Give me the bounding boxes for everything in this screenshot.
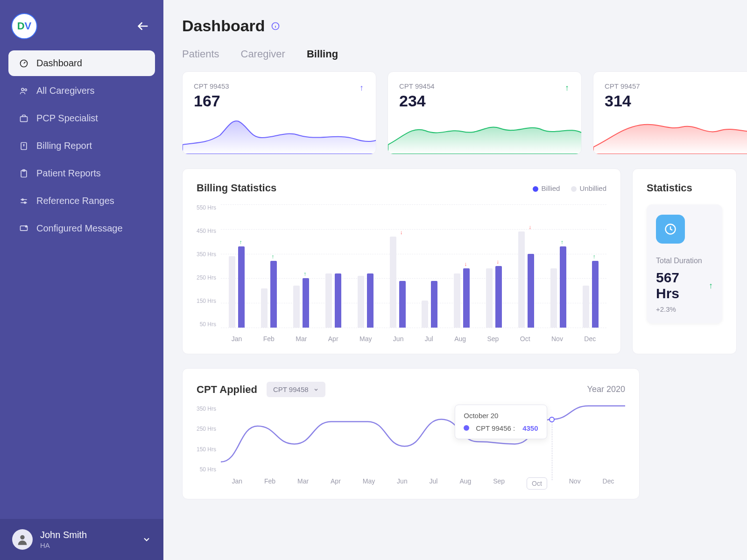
bar-group-nov: ↑: [550, 246, 566, 328]
trend-up-icon: ↑: [359, 83, 364, 93]
bar-unbilled: [358, 276, 364, 328]
arrow-up-icon: ↑: [303, 271, 306, 277]
collapse-sidebar-button[interactable]: [136, 20, 149, 33]
x-axis: JanFebMarAprMayJunJulAugSepOctNovDec: [221, 335, 606, 343]
statistics-panel: Statistics Total Duration 567 Hrs↑ +2.3%: [632, 168, 737, 354]
y-axis: 550 Hrs450 Hrs350 Hrs250 Hrs150 Hrs50 Hr…: [197, 203, 221, 343]
kpi-card-0[interactable]: CPT 99453167↑: [182, 71, 376, 154]
svg-rect-4: [21, 116, 28, 121]
nav: DashboardAll CaregiversPCP SpecialistBil…: [0, 50, 163, 243]
x-label-jan: Jan: [232, 477, 242, 490]
sidebar-item-dashboard[interactable]: Dashboard: [8, 50, 155, 76]
message-icon: [19, 224, 29, 233]
legend-dot-billed: [533, 186, 538, 192]
x-label-oct[interactable]: Oct: [527, 477, 547, 490]
panel-title: Statistics: [647, 182, 722, 194]
clipboard-icon: [19, 169, 29, 178]
sidebar-item-label: Dashboard: [36, 58, 82, 69]
card-value: 234: [399, 92, 570, 110]
tooltip-label: CPT 99456 :: [476, 424, 515, 432]
sparkline: [183, 112, 376, 154]
x-label-aug: Aug: [459, 477, 471, 490]
sidebar-item-patient-reports[interactable]: Patient Reports: [8, 161, 155, 186]
sidebar-item-label: Configured Message: [36, 223, 123, 234]
tooltip-dot: [464, 425, 469, 431]
bar-group-jul: [422, 281, 437, 328]
arrow-down-icon: ↓: [496, 259, 499, 265]
gauge-icon: [19, 59, 29, 68]
bar-billed: [367, 273, 374, 328]
bar-group-dec: ↑: [583, 261, 599, 328]
bar-unbilled: [486, 268, 493, 328]
tab-caregiver[interactable]: Caregiver: [241, 48, 285, 60]
user-row[interactable]: John Smith HA: [0, 519, 163, 560]
billing-statistics-panel: Billing Statistics Billied Unbillied 550…: [182, 168, 621, 354]
sidebar-item-label: Reference Ranges: [36, 196, 114, 206]
legend-dot-unbilled: [571, 186, 577, 192]
user-name: John Smith: [40, 530, 87, 540]
sidebar-item-billing-report[interactable]: Billing Report: [8, 133, 155, 159]
tab-patients[interactable]: Patients: [182, 48, 219, 60]
total-duration-card: Total Duration 567 Hrs↑ +2.3%: [647, 204, 722, 323]
kpi-card-2[interactable]: CPT 99457314: [593, 71, 747, 154]
sidebar-item-all-caregivers[interactable]: All Caregivers: [8, 78, 155, 104]
x-label-feb: Feb: [264, 477, 275, 490]
dropdown-label: CPT 99458: [273, 385, 309, 393]
arrow-up-icon: ↑: [271, 253, 274, 260]
x-label-jun: Jun: [397, 477, 408, 490]
bars-area: ↑↑↑↓↓↓↓↑↑ JanFebMarAprMayJunJulAugSepOct…: [221, 203, 606, 343]
sidebar-item-pcp-specialist[interactable]: PCP Specialist: [8, 105, 155, 131]
briefcase-icon: [19, 114, 29, 123]
sidebar-item-reference-ranges[interactable]: Reference Ranges: [8, 188, 155, 214]
panel-title: CPT Applied: [197, 384, 257, 396]
bar-group-apr: [325, 273, 341, 328]
bar-unbilled: [293, 286, 300, 328]
bar-unbilled: [390, 237, 396, 328]
sparkline: [388, 112, 582, 154]
sparkline: [593, 112, 747, 154]
arrow-up-icon: ↑: [239, 239, 242, 245]
trend-up-icon: ↑: [565, 83, 569, 93]
cpt-line-chart: 350 Hrs250 Hrs150 Hrs50 Hrs October 20 C…: [197, 404, 625, 488]
stat-value: 567 Hrs↑: [656, 270, 713, 301]
kpi-card-1[interactable]: CPT 99454234↑: [388, 71, 582, 154]
x-label-may: May: [363, 477, 375, 490]
bar-unbilled: [422, 301, 428, 328]
svg-point-13: [25, 225, 27, 227]
bar-unbilled: [229, 256, 235, 328]
bar-unbilled: [550, 268, 557, 328]
bar-group-jun: ↓: [390, 237, 406, 328]
slider-icon: [19, 196, 29, 206]
cpt-code-dropdown[interactable]: CPT 99458: [267, 382, 325, 397]
user-role: HA: [40, 541, 87, 549]
bar-billed: [303, 278, 309, 328]
bar-billed: [335, 273, 341, 328]
bar-billed: [238, 246, 245, 328]
info-icon[interactable]: [271, 21, 280, 31]
trend-up-icon: ↑: [709, 281, 713, 291]
bar-billed: [592, 261, 599, 328]
avatar: [12, 529, 33, 550]
x-label-apr: Apr: [331, 477, 341, 490]
x-label-dec: Dec: [603, 477, 614, 490]
sidebar-item-label: PCP Specialist: [36, 113, 98, 124]
sidebar-item-configured-message[interactable]: Configured Message: [8, 216, 155, 241]
panel-title: Billing Statistics: [197, 182, 276, 194]
svg-point-14: [20, 535, 24, 539]
app-logo: DV: [11, 13, 37, 39]
sidebar-item-label: Billing Report: [36, 140, 92, 151]
billing-bar-chart: 550 Hrs450 Hrs350 Hrs250 Hrs150 Hrs50 Hr…: [197, 203, 606, 343]
stat-delta: +2.3%: [656, 305, 713, 313]
cpt-applied-panel: CPT Applied CPT 99458 Year 2020 350 Hrs2…: [182, 368, 640, 499]
x-label-sep: Sep: [493, 477, 505, 490]
card-value: 167: [194, 92, 365, 110]
chart-tooltip: October 20 CPT 99456 : 4350: [455, 405, 547, 439]
tab-billing[interactable]: Billing: [307, 48, 338, 60]
bar-group-jan: ↑: [229, 246, 245, 328]
arrow-up-icon: ↑: [593, 253, 596, 260]
chevron-down-icon: [142, 535, 151, 544]
bar-unbilled: [518, 231, 525, 328]
kpi-cards-row: CPT 99453167↑CPT 99454234↑CPT 99457314: [182, 71, 747, 154]
x-label-jul: Jul: [430, 477, 438, 490]
bar-group-may: [358, 273, 374, 328]
